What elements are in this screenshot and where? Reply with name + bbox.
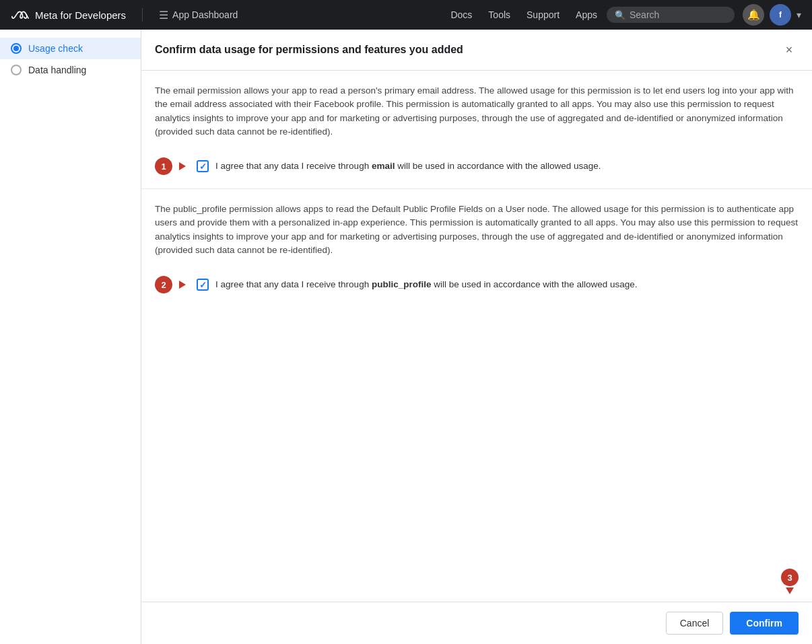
dialog-body: The email permission allows your app to … bbox=[141, 71, 812, 602]
meta-logo-icon bbox=[11, 9, 30, 21]
topnav-links: Docs Tools Support Apps 🔍 🔔 f ▾ bbox=[444, 4, 801, 26]
public-profile-agreement-row: 2 I agree that any data I receive throug… bbox=[155, 268, 799, 307]
sidebar-usage-check-label: Usage check bbox=[28, 43, 83, 54]
apps-link[interactable]: Apps bbox=[569, 7, 604, 23]
support-link[interactable]: Support bbox=[520, 7, 566, 23]
permission-section-public-profile: The public_profile permission allows app… bbox=[141, 189, 812, 307]
step-2-badge: 2 bbox=[155, 276, 172, 293]
data-handling-radio bbox=[11, 65, 22, 75]
content-area: Confirm data usage for permissions and f… bbox=[141, 30, 812, 644]
topnav-icon-group: 🔔 f ▾ bbox=[743, 4, 801, 26]
email-checkbox[interactable] bbox=[197, 160, 209, 172]
logo-text: Meta for Developers bbox=[35, 9, 126, 21]
avatar[interactable]: f bbox=[770, 4, 791, 26]
tools-link[interactable]: Tools bbox=[481, 7, 517, 23]
cancel-button[interactable]: Cancel bbox=[666, 612, 724, 635]
public-profile-description: The public_profile permission allows app… bbox=[155, 203, 799, 257]
step-1-badge: 1 bbox=[155, 157, 172, 175]
account-menu-icon[interactable]: ▾ bbox=[797, 9, 801, 20]
sidebar-item-data-handling[interactable]: Data handling bbox=[0, 59, 141, 81]
dashboard-nav[interactable]: ☰ App Dashboard bbox=[159, 9, 238, 22]
notifications-button[interactable]: 🔔 bbox=[743, 4, 764, 26]
usage-check-radio bbox=[11, 43, 22, 54]
dialog-footer: 3 Cancel Confirm bbox=[141, 602, 812, 644]
nav-divider bbox=[142, 8, 143, 22]
public-profile-agreement-text: I agree that any data I receive through … bbox=[215, 279, 638, 291]
dialog-header: Confirm data usage for permissions and f… bbox=[141, 30, 812, 71]
step-3-annotation: 3 bbox=[781, 569, 799, 594]
search-icon: 🔍 bbox=[615, 10, 625, 20]
logo[interactable]: Meta for Developers bbox=[11, 9, 126, 21]
sidebar-data-handling-label: Data handling bbox=[28, 65, 86, 75]
sidebar: Usage check Data handling bbox=[0, 30, 141, 644]
dialog-title: Confirm data usage for permissions and f… bbox=[155, 44, 463, 56]
sidebar-item-usage-check[interactable]: Usage check bbox=[0, 38, 141, 59]
email-description: The email permission allows your app to … bbox=[155, 84, 799, 139]
step-3-badge: 3 bbox=[781, 569, 799, 586]
email-agreement-text: I agree that any data I receive through … bbox=[215, 160, 601, 173]
step-1-arrow-icon bbox=[179, 162, 186, 170]
docs-link[interactable]: Docs bbox=[444, 7, 479, 23]
search-input[interactable] bbox=[630, 9, 726, 20]
step-2-arrow-icon bbox=[179, 281, 186, 289]
email-agreement-row: 1 I agree that any data I receive throug… bbox=[155, 149, 799, 188]
dialog: Confirm data usage for permissions and f… bbox=[141, 30, 812, 644]
step-3-arrow-icon bbox=[786, 587, 794, 594]
public-profile-checkbox[interactable] bbox=[197, 279, 209, 291]
topnav: Meta for Developers ☰ App Dashboard Docs… bbox=[0, 0, 812, 30]
permission-section-email: The email permission allows your app to … bbox=[141, 71, 812, 189]
confirm-button[interactable]: Confirm bbox=[730, 612, 799, 635]
close-button[interactable]: × bbox=[780, 40, 799, 59]
search-box: 🔍 bbox=[607, 7, 735, 23]
dashboard-label: App Dashboard bbox=[172, 9, 238, 20]
main-layout: Usage check Data handling Confirm data u… bbox=[0, 30, 812, 644]
